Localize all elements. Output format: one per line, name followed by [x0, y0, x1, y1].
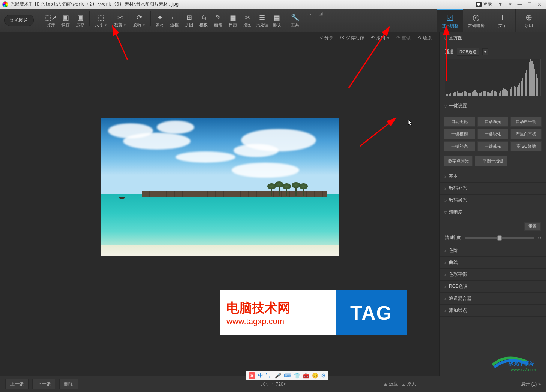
dropdown-icon[interactable]: ▼: [496, 1, 505, 8]
ime-keyboard-icon[interactable]: ⌨: [284, 373, 291, 379]
material-button[interactable]: ✦素材: [153, 11, 167, 30]
section-basic[interactable]: ▷基本: [440, 171, 546, 183]
expand-icon: ▷: [444, 249, 447, 253]
save-action-button[interactable]: ⦿保存动作: [340, 35, 364, 41]
channel-select[interactable]: RGB通道: [457, 48, 479, 56]
auto-exposure-button[interactable]: 自动曝光: [477, 117, 508, 127]
ime-toolbar[interactable]: S 中 '， 🎤 ⌨ 👕 🧰 😊 ⚙: [246, 371, 328, 380]
frame-button[interactable]: ▭边框: [167, 11, 182, 30]
heavy-whitebalance-button[interactable]: 严重白平衡: [510, 129, 542, 139]
channel-label: 通道: [445, 49, 454, 55]
collapse-icon: ▽: [444, 211, 447, 214]
wrench-icon: 🔧: [291, 13, 299, 22]
auto-whitebalance-button[interactable]: 自动白平衡: [510, 117, 542, 127]
calendar-button[interactable]: ▦日历: [226, 11, 240, 30]
section-rgb-tone[interactable]: ▷RGB色调: [440, 281, 546, 293]
batch-button[interactable]: ☰批处理: [255, 11, 269, 30]
share-button[interactable]: <分享: [320, 35, 333, 41]
crop-icon: ✂: [117, 13, 123, 22]
window-controls: ▼ ▾ — ☐ ✕: [496, 1, 544, 8]
onekey-reduce-button[interactable]: 一键减光: [477, 141, 508, 151]
rotate-button[interactable]: ⟳旋转 ▼: [130, 11, 148, 30]
save-button[interactable]: ▣保存: [58, 11, 73, 30]
ime-lang[interactable]: 中: [258, 372, 263, 379]
section-channel-mixer[interactable]: ▷通道混合器: [440, 293, 546, 305]
cutout-button[interactable]: ✄抠图: [240, 11, 255, 30]
minimize-button[interactable]: —: [515, 1, 524, 8]
ime-tool-icon[interactable]: 🧰: [303, 373, 309, 379]
collage-icon: ⊞: [186, 13, 192, 22]
maximize-button[interactable]: ☐: [525, 1, 534, 8]
section-histogram[interactable]: ▽直方图: [440, 32, 546, 44]
expand-button[interactable]: 展开(1) »: [521, 381, 541, 387]
expand-arrow-icon[interactable]: ◢: [316, 11, 326, 30]
section-add-noise[interactable]: ▷添加噪点: [440, 305, 546, 317]
layout-button[interactable]: ▤排版: [270, 11, 284, 30]
watermark-url: www.tagxp.com: [226, 317, 336, 326]
ime-mic-icon[interactable]: 🎤: [275, 373, 281, 379]
section-clarity[interactable]: ▽清晰度: [440, 206, 546, 218]
watermark-tag: TAG: [336, 290, 406, 335]
template-button[interactable]: ⎙模板: [196, 11, 211, 30]
prev-button[interactable]: 上一张: [5, 379, 28, 389]
image-preview[interactable]: [100, 118, 339, 256]
redo-button[interactable]: ↷重做: [396, 35, 411, 41]
text-icon: T: [500, 12, 505, 23]
actionbar: <分享 ⦿保存动作 ↶撤销▼ ↷重做 ⟲还原: [0, 32, 439, 43]
compact-icon[interactable]: ▾: [506, 1, 514, 8]
section-digital-fill[interactable]: ▷数码补光: [440, 183, 546, 195]
expand-icon: ▷: [444, 285, 447, 289]
ime-face-icon[interactable]: 😊: [312, 373, 318, 379]
onekey-blur-button[interactable]: 一键模糊: [444, 129, 475, 139]
browse-images-button[interactable]: 浏览图片: [4, 15, 34, 26]
slider-thumb[interactable]: [497, 235, 502, 241]
tab-basic-adjust[interactable]: ☑基本调整: [436, 9, 463, 32]
section-onekey[interactable]: ▽一键设置: [440, 100, 546, 112]
undo-button[interactable]: ↶撤销▼: [371, 35, 390, 41]
tab-text[interactable]: T文字: [489, 9, 515, 32]
section-color-balance[interactable]: ▷色彩平衡: [440, 269, 546, 281]
ime-punct-icon[interactable]: '，: [266, 372, 272, 379]
onekey-fill-button[interactable]: 一键补光: [444, 141, 475, 151]
more-icon[interactable]: ⋯: [303, 11, 315, 30]
original-size-button[interactable]: ⊡ 原大: [402, 381, 416, 387]
size-button[interactable]: ⬚尺寸 ▼: [92, 11, 110, 30]
ime-settings-icon[interactable]: ⚙: [321, 373, 326, 379]
wb-onefinger-button[interactable]: 白平衡一指键: [475, 156, 507, 166]
crop-button[interactable]: ✂裁剪 ▼: [111, 11, 129, 30]
close-button[interactable]: ✕: [535, 1, 544, 8]
delete-button[interactable]: 删除: [59, 379, 78, 389]
onekey-sharpen-button[interactable]: 一键锐化: [477, 129, 508, 139]
high-iso-denoise-button[interactable]: 高ISO降噪: [510, 141, 542, 151]
login-button[interactable]: 登录: [476, 1, 492, 7]
camera-icon: ◎: [472, 12, 480, 23]
watermark-cn: 电脑技术网: [226, 299, 336, 317]
section-digital-reduce[interactable]: ▷数码减光: [440, 195, 546, 206]
titlebar: 光影魔术手 [D:\tools\桌面\work (2) \work (0) 素材…: [0, 0, 546, 9]
tools-button[interactable]: 🔧工具: [288, 11, 302, 30]
channel-dropdown[interactable]: ▾: [482, 48, 488, 55]
section-levels[interactable]: ▷色阶: [440, 245, 546, 257]
brush-button[interactable]: ✎画笔: [211, 11, 225, 30]
main-toolbar: 浏览图片 ⬚↗打开 ▣保存 ▣另存 ⬚尺寸 ▼ ✂裁剪 ▼ ⟳旋转 ▼ ✦素材 …: [0, 9, 546, 32]
section-curves[interactable]: ▷曲线: [440, 257, 546, 269]
frame-icon: ▭: [171, 13, 178, 22]
toolbar-items: ⬚↗打开 ▣保存 ▣另存 ⬚尺寸 ▼ ✂裁剪 ▼ ⟳旋转 ▼ ✦素材 ▭边框 ⊞…: [44, 11, 326, 30]
next-button[interactable]: 下一张: [32, 379, 56, 389]
tab-darkroom[interactable]: ◎数码暗房: [463, 9, 489, 32]
fit-button[interactable]: ⊞ 适应: [384, 381, 398, 387]
saveas-button[interactable]: ▣另存: [73, 11, 87, 30]
spot-metering-button[interactable]: 数字点测光: [444, 156, 472, 166]
clarity-value: 0: [538, 235, 541, 241]
open-button[interactable]: ⬚↗打开: [44, 11, 58, 30]
collage-button[interactable]: ⊞拼图: [182, 11, 196, 30]
restore-button[interactable]: ⟲还原: [417, 35, 432, 41]
histogram-chart: [445, 59, 541, 96]
ime-skin-icon[interactable]: 👕: [294, 373, 300, 379]
undo-icon: ↶: [371, 35, 375, 40]
auto-beautify-button[interactable]: 自动美化: [444, 117, 475, 127]
clarity-slider[interactable]: [465, 237, 535, 239]
tab-watermark[interactable]: ⊕水印: [515, 9, 542, 32]
saveas-icon: ▣: [77, 13, 84, 22]
reset-button[interactable]: 重置: [524, 222, 541, 231]
